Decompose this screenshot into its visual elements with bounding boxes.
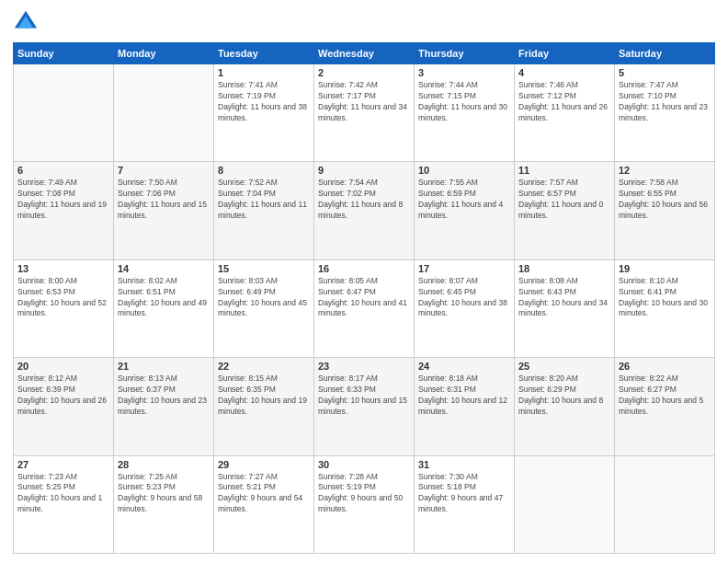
day-header-monday: Monday (114, 43, 214, 64)
day-info: Sunrise: 8:00 AMSunset: 6:53 PMDaylight:… (17, 276, 109, 320)
calendar-cell: 11Sunrise: 7:57 AMSunset: 6:57 PMDayligh… (515, 162, 615, 259)
day-info: Sunrise: 8:02 AMSunset: 6:51 PMDaylight:… (118, 276, 210, 320)
calendar-cell (114, 64, 214, 162)
calendar-cell: 27Sunrise: 7:23 AMSunset: 5:25 PMDayligh… (14, 455, 114, 553)
day-number: 3 (418, 67, 510, 78)
day-number: 4 (518, 67, 610, 78)
day-number: 18 (518, 263, 610, 274)
logo-area (13, 9, 40, 35)
calendar-cell: 15Sunrise: 8:03 AMSunset: 6:49 PMDayligh… (214, 259, 314, 357)
day-number: 22 (218, 361, 310, 372)
calendar-cell: 1Sunrise: 7:41 AMSunset: 7:19 PMDaylight… (214, 64, 314, 162)
day-info: Sunrise: 8:17 AMSunset: 6:33 PMDaylight:… (318, 373, 410, 418)
calendar-cell: 13Sunrise: 8:00 AMSunset: 6:53 PMDayligh… (14, 259, 114, 357)
calendar-cell: 7Sunrise: 7:50 AMSunset: 7:06 PMDaylight… (114, 162, 214, 259)
calendar: SundayMondayTuesdayWednesdayThursdayFrid… (13, 42, 715, 554)
calendar-cell: 24Sunrise: 8:18 AMSunset: 6:31 PMDayligh… (415, 358, 515, 455)
day-header-thursday: Thursday (415, 43, 515, 64)
day-info: Sunrise: 7:52 AMSunset: 7:04 PMDaylight:… (218, 178, 310, 222)
day-number: 9 (318, 165, 410, 176)
calendar-cell (14, 64, 114, 162)
calendar-cell: 21Sunrise: 8:13 AMSunset: 6:37 PMDayligh… (114, 358, 214, 455)
day-info: Sunrise: 7:54 AMSunset: 7:02 PMDaylight:… (318, 178, 410, 222)
day-info: Sunrise: 7:50 AMSunset: 7:06 PMDaylight:… (118, 178, 210, 222)
day-info: Sunrise: 7:49 AMSunset: 7:08 PMDaylight:… (17, 178, 109, 222)
day-info: Sunrise: 7:55 AMSunset: 6:59 PMDaylight:… (418, 178, 510, 222)
day-info: Sunrise: 8:12 AMSunset: 6:39 PMDaylight:… (17, 373, 109, 418)
day-number: 12 (619, 165, 711, 176)
day-number: 26 (619, 361, 711, 372)
day-number: 20 (17, 361, 109, 372)
calendar-header-row: SundayMondayTuesdayWednesdayThursdayFrid… (14, 43, 715, 64)
day-info: Sunrise: 7:46 AMSunset: 7:12 PMDaylight:… (518, 80, 610, 124)
day-info: Sunrise: 8:07 AMSunset: 6:45 PMDaylight:… (418, 276, 510, 320)
calendar-cell: 4Sunrise: 7:46 AMSunset: 7:12 PMDaylight… (515, 64, 615, 162)
day-info: Sunrise: 8:08 AMSunset: 6:43 PMDaylight:… (518, 276, 610, 320)
calendar-cell: 17Sunrise: 8:07 AMSunset: 6:45 PMDayligh… (415, 259, 515, 357)
day-header-sunday: Sunday (14, 43, 114, 64)
calendar-week-row: 20Sunrise: 8:12 AMSunset: 6:39 PMDayligh… (14, 358, 715, 455)
day-number: 6 (17, 165, 109, 176)
day-header-tuesday: Tuesday (214, 43, 314, 64)
day-number: 11 (518, 165, 610, 176)
calendar-cell: 23Sunrise: 8:17 AMSunset: 6:33 PMDayligh… (314, 358, 415, 455)
page: SundayMondayTuesdayWednesdayThursdayFrid… (0, 0, 728, 563)
day-number: 31 (418, 459, 510, 470)
calendar-cell: 26Sunrise: 8:22 AMSunset: 6:27 PMDayligh… (615, 358, 715, 455)
calendar-cell: 10Sunrise: 7:55 AMSunset: 6:59 PMDayligh… (415, 162, 515, 259)
day-info: Sunrise: 8:03 AMSunset: 6:49 PMDaylight:… (218, 276, 310, 320)
calendar-cell: 14Sunrise: 8:02 AMSunset: 6:51 PMDayligh… (114, 259, 214, 357)
day-number: 7 (118, 165, 210, 176)
header (13, 9, 715, 35)
calendar-cell: 9Sunrise: 7:54 AMSunset: 7:02 PMDaylight… (314, 162, 415, 259)
calendar-week-row: 1Sunrise: 7:41 AMSunset: 7:19 PMDaylight… (14, 64, 715, 162)
day-header-wednesday: Wednesday (314, 43, 415, 64)
day-info: Sunrise: 7:42 AMSunset: 7:17 PMDaylight:… (318, 80, 410, 124)
day-number: 14 (118, 263, 210, 274)
day-number: 10 (418, 165, 510, 176)
calendar-cell: 28Sunrise: 7:25 AMSunset: 5:23 PMDayligh… (114, 455, 214, 553)
day-info: Sunrise: 7:47 AMSunset: 7:10 PMDaylight:… (619, 80, 711, 124)
day-info: Sunrise: 7:58 AMSunset: 6:55 PMDaylight:… (619, 178, 711, 222)
day-info: Sunrise: 7:23 AMSunset: 5:25 PMDaylight:… (17, 472, 109, 516)
calendar-week-row: 6Sunrise: 7:49 AMSunset: 7:08 PMDaylight… (14, 162, 715, 259)
day-info: Sunrise: 8:13 AMSunset: 6:37 PMDaylight:… (118, 373, 210, 418)
day-number: 21 (118, 361, 210, 372)
calendar-cell: 2Sunrise: 7:42 AMSunset: 7:17 PMDaylight… (314, 64, 415, 162)
calendar-cell: 3Sunrise: 7:44 AMSunset: 7:15 PMDaylight… (415, 64, 515, 162)
day-number: 1 (218, 67, 310, 78)
day-info: Sunrise: 8:15 AMSunset: 6:35 PMDaylight:… (218, 373, 310, 418)
day-number: 15 (218, 263, 310, 274)
day-number: 28 (118, 459, 210, 470)
calendar-cell: 20Sunrise: 8:12 AMSunset: 6:39 PMDayligh… (14, 358, 114, 455)
day-number: 2 (318, 67, 410, 78)
day-info: Sunrise: 7:57 AMSunset: 6:57 PMDaylight:… (518, 178, 610, 222)
day-number: 13 (17, 263, 109, 274)
day-number: 19 (619, 263, 711, 274)
day-number: 30 (318, 459, 410, 470)
calendar-cell: 8Sunrise: 7:52 AMSunset: 7:04 PMDaylight… (214, 162, 314, 259)
day-info: Sunrise: 8:05 AMSunset: 6:47 PMDaylight:… (318, 276, 410, 320)
calendar-week-row: 27Sunrise: 7:23 AMSunset: 5:25 PMDayligh… (14, 455, 715, 553)
calendar-cell: 31Sunrise: 7:30 AMSunset: 5:18 PMDayligh… (415, 455, 515, 553)
logo-icon (13, 9, 39, 35)
day-header-saturday: Saturday (615, 43, 715, 64)
calendar-cell: 30Sunrise: 7:28 AMSunset: 5:19 PMDayligh… (314, 455, 415, 553)
day-info: Sunrise: 8:22 AMSunset: 6:27 PMDaylight:… (619, 373, 711, 418)
calendar-cell: 6Sunrise: 7:49 AMSunset: 7:08 PMDaylight… (14, 162, 114, 259)
calendar-cell: 12Sunrise: 7:58 AMSunset: 6:55 PMDayligh… (615, 162, 715, 259)
day-number: 17 (418, 263, 510, 274)
day-info: Sunrise: 7:27 AMSunset: 5:21 PMDaylight:… (218, 472, 310, 516)
calendar-cell: 25Sunrise: 8:20 AMSunset: 6:29 PMDayligh… (515, 358, 615, 455)
day-info: Sunrise: 7:41 AMSunset: 7:19 PMDaylight:… (218, 80, 310, 124)
calendar-cell: 19Sunrise: 8:10 AMSunset: 6:41 PMDayligh… (615, 259, 715, 357)
calendar-cell: 22Sunrise: 8:15 AMSunset: 6:35 PMDayligh… (214, 358, 314, 455)
day-info: Sunrise: 7:28 AMSunset: 5:19 PMDaylight:… (318, 472, 410, 516)
calendar-cell: 29Sunrise: 7:27 AMSunset: 5:21 PMDayligh… (214, 455, 314, 553)
day-number: 29 (218, 459, 310, 470)
day-info: Sunrise: 8:20 AMSunset: 6:29 PMDaylight:… (518, 373, 610, 418)
day-info: Sunrise: 7:30 AMSunset: 5:18 PMDaylight:… (418, 472, 510, 516)
calendar-cell (515, 455, 615, 553)
day-number: 8 (218, 165, 310, 176)
day-number: 27 (17, 459, 109, 470)
